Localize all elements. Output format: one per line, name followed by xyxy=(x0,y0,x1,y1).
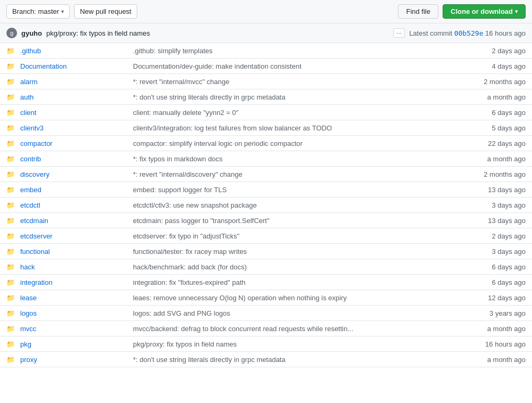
file-age: 5 days ago xyxy=(462,124,526,132)
commit-age: 16 hours ago xyxy=(485,29,526,37)
file-age: 6 days ago xyxy=(462,109,526,117)
commit-dots-button[interactable]: ··· xyxy=(393,28,405,38)
table-row: logos logos: add SVG and PNG logos 3 yea… xyxy=(0,306,532,321)
file-age: a month ago xyxy=(462,325,526,333)
file-age: a month ago xyxy=(462,356,526,364)
folder-icon xyxy=(6,216,17,225)
file-message: pkg/proxy: fix typos in field names xyxy=(127,340,462,348)
file-name[interactable]: proxy xyxy=(20,356,127,364)
file-name[interactable]: functional xyxy=(20,248,127,256)
table-row: .github .github: simplify templates 2 da… xyxy=(0,43,532,59)
file-message: etcdmain: pass logger to "transport.Self… xyxy=(127,217,462,225)
file-name[interactable]: logos xyxy=(20,309,127,317)
folder-icon xyxy=(6,278,17,286)
file-message: leaes: remove unnecessary O(log N) opera… xyxy=(127,294,462,302)
file-name[interactable]: etcdserver xyxy=(20,232,127,240)
file-name[interactable]: contrib xyxy=(20,155,127,163)
clone-or-download-button[interactable]: Clone or download ▾ xyxy=(443,4,526,19)
folder-icon xyxy=(6,62,17,70)
branch-selector[interactable]: Branch: master ▾ xyxy=(6,4,70,19)
file-message: *: don't use string literals directly in… xyxy=(127,93,462,101)
file-list: .github .github: simplify templates 2 da… xyxy=(0,43,532,367)
file-message: integration: fix "fixtures-expired" path xyxy=(127,278,462,286)
table-row: integration integration: fix "fixtures-e… xyxy=(0,275,532,290)
folder-icon xyxy=(6,309,17,317)
table-row: embed embed: support logger for TLS 13 d… xyxy=(0,182,532,198)
commit-message: pkg/proxy: fix typos in field names xyxy=(46,29,389,37)
table-row: hack hack/benchmark: add back (for docs)… xyxy=(0,259,532,275)
table-row: proxy *: don't use string literals direc… xyxy=(0,352,532,367)
clone-caret: ▾ xyxy=(515,9,518,14)
file-message: functional/tester: fix racey map writes xyxy=(127,248,462,256)
file-age: a month ago xyxy=(462,93,526,101)
file-name[interactable]: pkg xyxy=(20,340,127,348)
folder-icon xyxy=(6,232,17,240)
new-pull-request-button[interactable]: New pull request xyxy=(74,4,137,19)
folder-icon xyxy=(6,324,17,333)
file-message: clientv3/integration: log test failures … xyxy=(127,124,462,132)
file-age: 3 days ago xyxy=(462,201,526,209)
file-message: etcdserver: fix typo in "adjustTicks" xyxy=(127,232,462,240)
file-age: 2 days ago xyxy=(462,47,526,55)
file-message: Documentation/dev-guide: make indentatio… xyxy=(127,62,462,70)
file-age: 13 days ago xyxy=(462,186,526,194)
branch-label: Branch: master xyxy=(12,7,59,15)
file-name[interactable]: hack xyxy=(20,263,127,271)
avatar: g xyxy=(6,28,17,38)
folder-icon xyxy=(6,93,17,101)
file-name[interactable]: integration xyxy=(20,278,127,286)
file-name[interactable]: auth xyxy=(20,93,127,101)
folder-icon xyxy=(6,124,17,132)
commit-prefix: Latest commit xyxy=(409,29,452,37)
file-name[interactable]: etcdctl xyxy=(20,201,127,209)
file-age: 22 days ago xyxy=(462,139,526,147)
commit-meta: Latest commit 00b529e 16 hours ago xyxy=(409,29,526,37)
file-message: compactor: simplify interval logic on pe… xyxy=(127,139,462,147)
file-name[interactable]: client xyxy=(20,109,127,117)
folder-icon xyxy=(6,293,17,302)
table-row: etcdctl etcdctl/ctlv3: use new snapshot … xyxy=(0,198,532,213)
file-name[interactable]: embed xyxy=(20,186,127,194)
file-age: 2 days ago xyxy=(462,232,526,240)
folder-icon xyxy=(6,201,17,209)
toolbar-left: Branch: master ▾ New pull request xyxy=(6,4,137,19)
file-age: 3 years ago xyxy=(462,309,526,317)
commit-hash[interactable]: 00b529e xyxy=(454,29,484,37)
folder-icon xyxy=(6,170,17,178)
file-name[interactable]: mvcc xyxy=(20,325,127,333)
file-age: 2 months ago xyxy=(462,78,526,86)
file-name[interactable]: discovery xyxy=(20,170,127,178)
file-name[interactable]: compactor xyxy=(20,139,127,147)
find-file-button[interactable]: Find file xyxy=(398,4,438,19)
file-name[interactable]: lease xyxy=(20,294,127,302)
table-row: auth *: don't use string literals direct… xyxy=(0,89,532,105)
table-row: client client: manually delete "yynn2 = … xyxy=(0,105,532,120)
table-row: etcdmain etcdmain: pass logger to "trans… xyxy=(0,213,532,228)
folder-icon xyxy=(6,355,17,364)
file-age: 2 months ago xyxy=(462,170,526,178)
file-name[interactable]: etcdmain xyxy=(20,217,127,225)
toolbar-right: Find file Clone or download ▾ xyxy=(398,4,526,19)
table-row: discovery *: revert "internal/discovery"… xyxy=(0,167,532,182)
file-name[interactable]: Documentation xyxy=(20,62,127,70)
file-name[interactable]: alarm xyxy=(20,78,127,86)
table-row: contrib *: fix typos in markdown docs a … xyxy=(0,151,532,167)
commit-author[interactable]: gyuho xyxy=(21,29,42,37)
file-message: hack/benchmark: add back (for docs) xyxy=(127,263,462,271)
file-message: mvcc/backend: defrag to block concurrent… xyxy=(127,325,462,333)
folder-icon xyxy=(6,139,17,147)
file-name[interactable]: .github xyxy=(20,47,127,55)
file-message: client: manually delete "yynn2 = 0" xyxy=(127,109,462,117)
file-message: *: revert "internal/discovery" change xyxy=(127,170,462,178)
folder-icon xyxy=(6,108,17,117)
table-row: functional functional/tester: fix racey … xyxy=(0,244,532,259)
file-age: 4 days ago xyxy=(462,62,526,70)
table-row: alarm *: revert "internal/mvcc" change 2… xyxy=(0,74,532,89)
table-row: pkg pkg/proxy: fix typos in field names … xyxy=(0,336,532,352)
branch-caret: ▾ xyxy=(61,9,64,14)
folder-icon xyxy=(6,77,17,86)
file-age: 16 hours ago xyxy=(462,340,526,348)
folder-icon xyxy=(6,340,17,348)
table-row: mvcc mvcc/backend: defrag to block concu… xyxy=(0,321,532,336)
file-name[interactable]: clientv3 xyxy=(20,124,127,132)
